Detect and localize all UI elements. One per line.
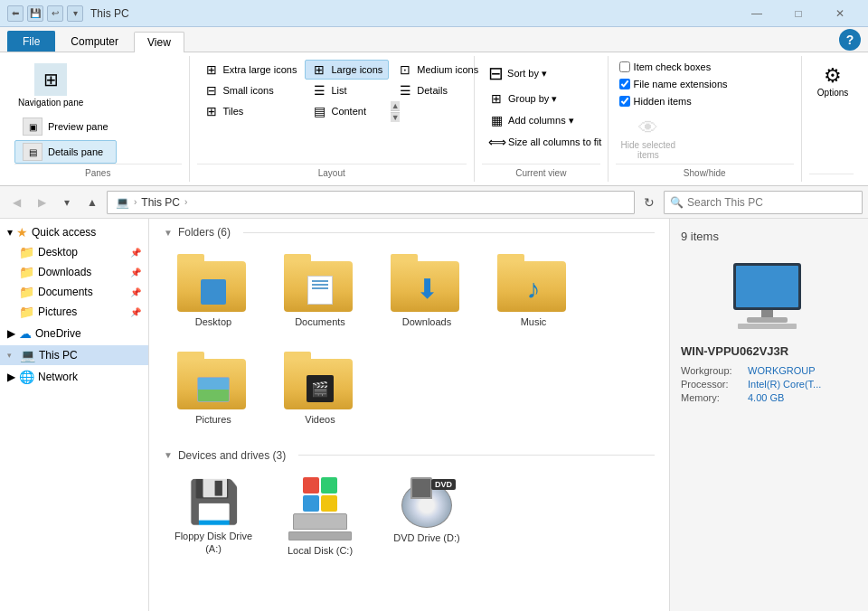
folder-downloads[interactable]: ⬇ Downloads xyxy=(377,246,476,336)
file-extensions-input[interactable] xyxy=(619,79,630,89)
layout-scroll: ▲ ▼ xyxy=(391,101,400,114)
onedrive-header[interactable]: ▶ ☁ OneDrive xyxy=(0,324,148,343)
layout-content: ⊞ Extra large icons ⊟ Small icons ⊞ Tile… xyxy=(197,60,467,164)
sidebar-item-documents[interactable]: 📁 Documents 📌 xyxy=(11,282,148,302)
tiles-icon: ⊞ xyxy=(203,104,220,118)
folder-tab-5 xyxy=(177,352,204,359)
documents-folder-wrap xyxy=(284,254,356,312)
hide-selected-icon: 👁 xyxy=(638,117,658,140)
folder-videos[interactable]: 🎬 Videos xyxy=(270,343,370,434)
extra-large-icons-button[interactable]: ⊞ Extra large icons xyxy=(197,60,304,80)
content-icon: ▤ xyxy=(311,104,327,118)
ribbon: ⊞ Navigation pane ▣ Preview pane ▤ Detai… xyxy=(0,52,868,186)
folder-tab xyxy=(177,254,204,261)
folder-music[interactable]: ♪ Music xyxy=(484,246,583,336)
medium-icons-button[interactable]: ⊡ Medium icons xyxy=(391,60,485,80)
hidden-items-input[interactable] xyxy=(619,96,630,107)
search-input[interactable] xyxy=(687,196,856,209)
tab-computer[interactable]: Computer xyxy=(57,31,132,52)
up-button[interactable]: ▲ xyxy=(81,192,103,213)
search-box[interactable]: 🔍 xyxy=(664,191,863,214)
item-checkboxes-toggle[interactable]: Item check boxes xyxy=(616,60,731,74)
hide-selected-button[interactable]: 👁 Hide selected items xyxy=(616,115,682,162)
help-button[interactable]: ? xyxy=(839,29,861,51)
quick-access-section: ▾ ★ Quick access 📁 Desktop 📌 📁 Downloads… xyxy=(0,222,148,322)
memory-row: Memory: 4.00 GB xyxy=(681,392,857,403)
sidebar-item-desktop[interactable]: 📁 Desktop 📌 xyxy=(11,242,148,262)
details-button[interactable]: ☰ Details xyxy=(391,80,485,100)
small-icons-button[interactable]: ⊟ Small icons xyxy=(197,80,304,100)
folder-tab-3 xyxy=(391,254,418,261)
network-label: Network xyxy=(38,371,78,383)
folders-divider xyxy=(243,232,655,233)
dvd-label: DVD Drive (D:) xyxy=(393,531,459,544)
drive-floppy[interactable]: 💾 Floppy Disk Drive (A:) xyxy=(164,469,263,565)
sidebar-item-downloads[interactable]: 📁 Downloads 📌 xyxy=(11,262,148,282)
address-path[interactable]: 💻 › This PC › xyxy=(107,191,635,214)
tab-file[interactable]: File xyxy=(7,31,55,52)
details-pane-button[interactable]: ▤ Details pane xyxy=(14,140,117,164)
drive-dvd[interactable]: DVD DVD Drive (D:) xyxy=(377,469,476,565)
pc-chevron: ▾ xyxy=(7,351,16,360)
sidebar-item-pictures[interactable]: 📁 Pictures 📌 xyxy=(11,302,148,322)
folder-tab-4 xyxy=(497,254,524,261)
sort-icon: ⊟ xyxy=(488,62,504,84)
quick-access-header[interactable]: ▾ ★ Quick access xyxy=(0,222,148,242)
floppy-disk-icon: 💾 xyxy=(188,477,240,526)
back-button: ◀ xyxy=(5,192,27,213)
list-button[interactable]: ☰ List xyxy=(305,80,389,100)
add-columns-button[interactable]: ▦ Add columns ▾ xyxy=(482,110,608,130)
local-disk-label: Local Disk (C:) xyxy=(288,544,353,557)
downloads-folder-label: Downloads xyxy=(402,315,451,328)
large-icons-button[interactable]: ⊞ Large icons xyxy=(305,60,389,80)
drive-local-disk[interactable]: Local Disk (C:) xyxy=(270,469,370,565)
options-button[interactable]: ⚙ Options xyxy=(809,60,856,102)
preview-pane-button[interactable]: ▣ Preview pane xyxy=(14,115,117,138)
network-icon: 🌐 xyxy=(19,370,34,384)
folders-section-header[interactable]: ▼ Folders (6) xyxy=(164,226,655,239)
windows-logo-icon xyxy=(303,477,337,512)
desktop-folder-wrap xyxy=(177,254,250,312)
workgroup-key: Workgroup: xyxy=(681,365,744,376)
nav-pane-icon: ⊞ xyxy=(34,63,67,96)
file-extensions-toggle[interactable]: File name extensions xyxy=(616,77,731,91)
medium-icon: ⊡ xyxy=(397,62,413,77)
layout-scroll-down[interactable]: ▼ xyxy=(391,112,400,122)
recent-locations-button[interactable]: ▾ xyxy=(56,192,78,213)
group-by-button[interactable]: ⊞ Group by ▾ xyxy=(482,89,608,108)
music-folder-overlay: ♪ xyxy=(527,274,541,305)
size-columns-button[interactable]: ⟺ Size all columns to fit xyxy=(482,132,608,152)
pictures-folder-label: Pictures xyxy=(195,413,231,426)
hidden-items-toggle[interactable]: Hidden items xyxy=(616,94,731,108)
landscape-icon xyxy=(197,377,230,402)
item-checkboxes-input[interactable] xyxy=(619,61,630,72)
minimize-button[interactable]: — xyxy=(736,0,778,27)
navigation-pane-button[interactable]: ⊞ Navigation pane xyxy=(14,60,87,111)
layout-grid: ⊞ Extra large icons ⊟ Small icons ⊞ Tile… xyxy=(197,60,486,121)
content-scroll[interactable]: ▼ Folders (6) Desktop xyxy=(149,219,669,611)
maximize-button[interactable]: □ xyxy=(778,0,819,27)
tab-view[interactable]: View xyxy=(134,32,184,52)
close-button[interactable]: ✕ xyxy=(819,0,861,27)
network-header[interactable]: ▶ 🌐 Network xyxy=(0,367,148,387)
folder-documents[interactable]: Documents xyxy=(270,246,370,336)
window-controls: — □ ✕ xyxy=(736,0,861,27)
folder-pictures[interactable]: Pictures xyxy=(164,343,263,434)
folder-desktop[interactable]: Desktop xyxy=(164,246,263,336)
videos-folder-overlay: 🎬 xyxy=(307,375,334,402)
pin-icon-downloads: 📌 xyxy=(130,268,141,277)
pin-icon-pictures: 📌 xyxy=(130,307,141,317)
processor-value: Intel(R) Core(T... xyxy=(748,379,821,390)
dvd-badge: DVD xyxy=(431,479,456,490)
sidebar-item-this-pc[interactable]: ▾ 💻 This PC xyxy=(0,345,148,365)
content-button[interactable]: ▤ Content xyxy=(305,101,389,121)
sort-by-button[interactable]: ⊟ Sort by ▾ xyxy=(482,60,608,87)
drives-section-header[interactable]: ▼ Devices and drives (3) xyxy=(164,449,655,462)
dropdown-icon[interactable]: ▾ xyxy=(67,5,83,22)
layout-scroll-up[interactable]: ▲ xyxy=(391,101,400,111)
path-this-pc[interactable]: This PC xyxy=(138,195,183,210)
documents-folder-icon: 📁 xyxy=(18,285,34,299)
layout-group-label: Layout xyxy=(197,164,467,178)
refresh-button[interactable]: ↻ xyxy=(638,192,660,213)
tiles-button[interactable]: ⊞ Tiles xyxy=(197,101,304,121)
